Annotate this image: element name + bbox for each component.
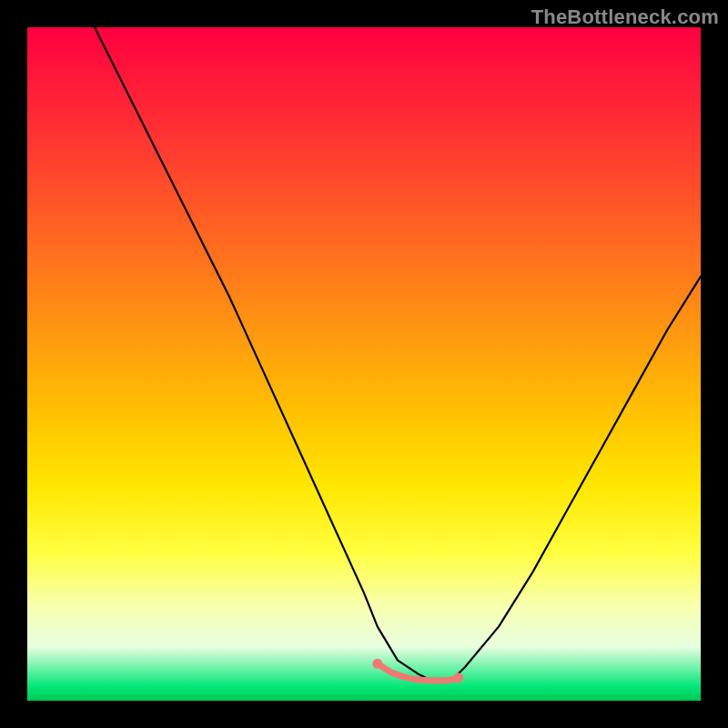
curve-layer	[27, 27, 701, 701]
highlight-flat-min	[378, 663, 459, 681]
highlight-dot	[372, 659, 382, 669]
bottleneck-curve	[95, 27, 701, 681]
watermark-text: TheBottleneck.com	[531, 5, 719, 29]
chart-frame: TheBottleneck.com	[0, 0, 728, 728]
highlight-dot	[453, 672, 463, 682]
plot-area	[27, 27, 701, 701]
